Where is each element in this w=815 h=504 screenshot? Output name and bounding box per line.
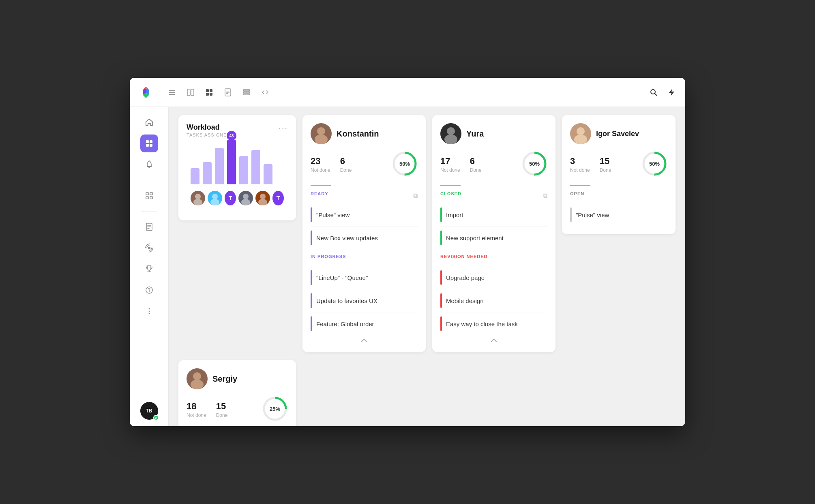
- svg-point-29: [148, 308, 150, 310]
- task-item[interactable]: "LineUp" - "Queue": [311, 266, 418, 289]
- lightning-icon[interactable]: [666, 87, 677, 98]
- svg-rect-18: [150, 140, 152, 143]
- sergiy-header: Sergiy: [187, 368, 288, 389]
- yura-progress-ring: 50%: [521, 151, 547, 178]
- task-item[interactable]: Upgrade page: [440, 266, 547, 289]
- konstantin-collapse-button[interactable]: [311, 335, 418, 344]
- yura-name-group: Yura: [466, 129, 484, 139]
- task-item[interactable]: New support element: [440, 226, 547, 249]
- sidebar-item-trophy[interactable]: [140, 260, 158, 278]
- top-cards-row: Workload TASKS ASSIGNED ··· 43 TT: [178, 115, 676, 352]
- svg-point-46: [444, 135, 457, 144]
- file-view-icon[interactable]: [241, 87, 252, 98]
- task-item[interactable]: New Box view updates: [311, 226, 418, 249]
- list-view-icon[interactable]: [166, 87, 178, 98]
- grid-view-icon[interactable]: [204, 87, 215, 98]
- task-label: "Pulse" view: [576, 211, 609, 218]
- yura-avatar: [440, 123, 461, 144]
- content-area: Workload TASKS ASSIGNED ··· 43 TT: [169, 107, 685, 426]
- task-label: Feature: Global order: [316, 320, 374, 327]
- chart-bar-0: [191, 168, 199, 184]
- sidebar-item-help[interactable]: [140, 281, 158, 299]
- konstantin-header: Konstantin: [311, 123, 418, 144]
- workload-avatar-2: T: [225, 191, 236, 205]
- task-item[interactable]: Update to favorites UX: [311, 289, 418, 312]
- chart-bar-5: [251, 150, 260, 184]
- task-item[interactable]: "Pulse" view: [311, 203, 418, 226]
- igor-open-section-header: OPEN: [570, 191, 667, 200]
- workload-avatar-1: [208, 191, 222, 205]
- svg-point-50: [577, 127, 585, 135]
- task-bar-red: [440, 316, 442, 331]
- search-icon[interactable]: [648, 87, 659, 98]
- task-bar-purple: [311, 207, 312, 222]
- konstantin-not-done-label: Not done: [311, 167, 330, 173]
- konstantin-card: Konstantin 23 Not done 6 Done: [302, 115, 426, 352]
- konstantin-ready-copy-icon[interactable]: ⧉: [413, 192, 418, 199]
- svg-point-45: [447, 127, 455, 135]
- task-item[interactable]: "Pulse" view: [570, 203, 667, 226]
- igor-stats: 3 Not done 15 Done 50%: [570, 151, 667, 178]
- sidebar-item-documents[interactable]: [140, 218, 158, 236]
- sidebar-item-more[interactable]: [140, 302, 158, 320]
- board-view-icon[interactable]: [185, 87, 196, 98]
- svg-rect-13: [243, 90, 250, 91]
- svg-rect-23: [146, 196, 148, 199]
- svg-rect-17: [146, 140, 149, 143]
- task-bar-red: [440, 293, 442, 308]
- user-avatar[interactable]: TB 2: [140, 402, 158, 420]
- svg-point-55: [193, 372, 201, 380]
- igor-header: Igor Savelev: [570, 123, 667, 144]
- workload-chart: 43: [187, 144, 288, 184]
- sidebar-item-apps[interactable]: [140, 187, 158, 205]
- svg-point-56: [191, 380, 204, 389]
- task-label: Mobile design: [446, 297, 484, 304]
- yura-closed-copy-icon[interactable]: ⧉: [543, 192, 547, 199]
- chart-bar-4: [239, 156, 248, 184]
- notification-badge: 2: [153, 415, 159, 421]
- titlebar: [130, 78, 685, 107]
- yura-collapse-button[interactable]: [440, 335, 547, 344]
- task-item[interactable]: Easy way to close the task: [440, 312, 547, 335]
- konstantin-divider: [311, 185, 331, 186]
- document-view-icon[interactable]: [222, 87, 234, 98]
- sergiy-stats: 18 Not done 15 Done 25%: [187, 396, 288, 423]
- sergiy-not-done-stat: 18 Not done: [187, 401, 206, 418]
- svg-point-33: [193, 199, 202, 205]
- sergiy-done-label: Done: [216, 412, 228, 418]
- igor-not-done-label: Not done: [570, 167, 590, 173]
- sergiy-done-stat: 15 Done: [216, 401, 228, 418]
- workload-avatar-3: [238, 191, 253, 205]
- konstantin-inprogress-section-header: IN PROGRESS: [311, 254, 418, 263]
- igor-card: Igor Savelev 3 Not done 15 Done: [562, 115, 676, 234]
- svg-point-51: [574, 135, 587, 144]
- sidebar-item-broadcast[interactable]: [140, 239, 158, 257]
- code-view-icon[interactable]: [260, 87, 271, 98]
- konstantin-inprogress-tasks: "LineUp" - "Queue" Update to favorites U…: [311, 266, 418, 335]
- yura-divider: [440, 185, 461, 186]
- svg-rect-7: [206, 93, 209, 96]
- task-item[interactable]: Import: [440, 203, 547, 226]
- task-label: New support element: [446, 235, 504, 241]
- igor-avatar: [570, 123, 591, 144]
- task-item[interactable]: Mobile design: [440, 289, 547, 312]
- svg-rect-22: [150, 192, 152, 195]
- workload-menu-button[interactable]: ···: [279, 123, 288, 132]
- svg-text:25%: 25%: [270, 406, 280, 412]
- sergiy-card: Sergiy 18 Not done 15 Done: [178, 360, 296, 426]
- yura-done-num: 6: [470, 156, 482, 167]
- yura-done-stat: 6 Done: [470, 156, 482, 173]
- igor-progress-ring: 50%: [641, 151, 667, 178]
- task-item[interactable]: Feature: Global order: [311, 312, 418, 335]
- logo-icon[interactable]: [138, 84, 154, 100]
- sidebar-item-home[interactable]: [140, 113, 158, 131]
- svg-point-34: [212, 194, 218, 199]
- sergiy-not-done-label: Not done: [187, 412, 206, 418]
- igor-done-label: Done: [600, 167, 611, 173]
- sidebar-item-notifications[interactable]: [140, 156, 158, 173]
- svg-rect-4: [191, 89, 194, 96]
- svg-point-38: [260, 194, 266, 199]
- svg-rect-10: [226, 91, 229, 92]
- workload-avatar-4: [255, 191, 270, 205]
- sidebar-item-tasks[interactable]: [140, 135, 158, 152]
